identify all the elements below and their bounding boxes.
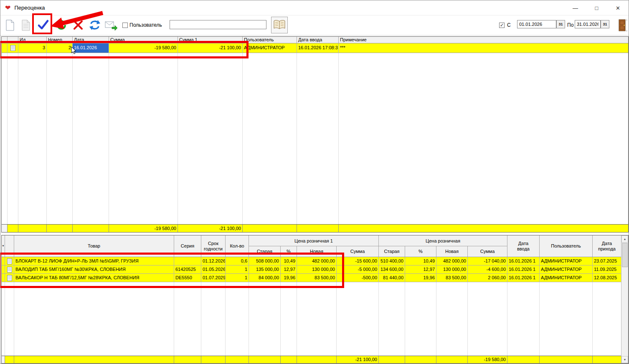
date-from-calendar-button[interactable]: 31 bbox=[556, 20, 565, 28]
cell-series[interactable] bbox=[174, 257, 201, 265]
user-filter-input[interactable] bbox=[170, 20, 266, 29]
period-from-checkbox[interactable]: ✓ bbox=[499, 23, 505, 28]
cell-shelf-life[interactable]: 01.05.2026 bbox=[201, 265, 226, 274]
cell-arrival-date[interactable]: 12.08.2025 bbox=[593, 274, 621, 282]
cell-retail1-percent[interactable]: 12,97 bbox=[281, 265, 297, 274]
cell-sum[interactable]: -19 580,00 bbox=[109, 43, 178, 53]
cell-retail1-new[interactable]: 482 000,00 bbox=[297, 257, 337, 265]
user-filter-label[interactable]: Пользователь bbox=[129, 22, 162, 28]
cell-retail1-new[interactable]: 130 000,00 bbox=[297, 265, 337, 274]
cell-series[interactable]: DE5550 bbox=[174, 274, 201, 282]
cell-number[interactable]: 2 bbox=[47, 43, 73, 53]
item-row[interactable]: ВАЛЬСАКОР Н ТАБ 80МГ/12,5МГ №28\КРКА, СЛ… bbox=[2, 274, 621, 282]
cell-note[interactable]: *** bbox=[339, 43, 628, 53]
cell-shelf-life[interactable]: 01.12.2026 bbox=[201, 257, 226, 265]
refresh-button[interactable] bbox=[87, 17, 102, 33]
undo-button[interactable] bbox=[54, 17, 69, 33]
minimize-button[interactable]: — bbox=[565, 0, 586, 15]
col-header-retail1-old[interactable]: Старая bbox=[249, 246, 281, 257]
cell-user[interactable]: АДМИНИСТРАТОР bbox=[540, 265, 593, 274]
close-button[interactable]: ✕ bbox=[607, 0, 629, 15]
new-document-button[interactable] bbox=[3, 17, 18, 33]
cell-retail-sum[interactable]: 2 060,00 bbox=[468, 274, 507, 282]
cell-entry-date[interactable]: 16.01.2026 1 bbox=[507, 274, 540, 282]
cell-qty[interactable]: 1 bbox=[226, 265, 249, 274]
cell-retail-new[interactable]: 130 000,00 bbox=[436, 265, 468, 274]
cell-retail1-percent[interactable]: 10,49 bbox=[281, 257, 297, 265]
cell-retail1-old[interactable]: 84 000,00 bbox=[249, 274, 281, 282]
cell-retail-percent[interactable]: 19,96 bbox=[405, 274, 436, 282]
col-header-series[interactable]: Серия bbox=[174, 235, 201, 257]
cell-retail-old[interactable]: 134 600,00 bbox=[379, 265, 405, 274]
col-header-retail1-percent[interactable]: % bbox=[281, 246, 297, 257]
document-row[interactable]: 3 2 16.01.2026 -19 580,00 -21 100,00 АДМ… bbox=[2, 43, 628, 53]
maximize-button[interactable]: □ bbox=[586, 0, 607, 15]
copy-document-button[interactable] bbox=[18, 17, 33, 33]
delete-button[interactable] bbox=[71, 17, 86, 33]
cell-retail-sum[interactable]: -4 600,00 bbox=[468, 265, 507, 274]
cell-user[interactable]: АДМИНИСТРАТОР bbox=[540, 257, 593, 265]
col-header-retail-sum[interactable]: Сумма bbox=[468, 246, 507, 257]
cell-qty[interactable]: 0,6 bbox=[226, 257, 249, 265]
vertical-scrollbar[interactable]: ▲ ▼ bbox=[621, 235, 628, 363]
col-header-entry-date[interactable]: Дата ввода bbox=[297, 37, 339, 43]
user-filter-checkbox[interactable] bbox=[122, 23, 128, 28]
col-header-shelf-life[interactable]: Срокгодности bbox=[201, 235, 226, 257]
cell-product[interactable]: БЛОКАРТ В-12 ЛИОФ Д/ИН+Р-ЛЬ 3МЛ №5\GMP, … bbox=[14, 257, 174, 265]
cell-product[interactable]: ВАЛОДИП ТАБ 5МГ/160МГ №30\КРКА, СЛОВЕНИЯ bbox=[14, 265, 174, 274]
scroll-thumb[interactable] bbox=[622, 243, 628, 267]
item-row[interactable]: ВАЛОДИП ТАБ 5МГ/160МГ №30\КРКА, СЛОВЕНИЯ… bbox=[2, 265, 621, 274]
cell-arrival-date[interactable]: 11.09.2025 bbox=[593, 265, 621, 274]
col-header-arrival-date[interactable]: Датаприхода bbox=[593, 235, 621, 257]
col-header-sum1[interactable]: Сумма 1 bbox=[178, 37, 243, 43]
cell-retail1-old[interactable]: 508 000,00 bbox=[249, 257, 281, 265]
cell-product[interactable]: ВАЛЬСАКОР Н ТАБ 80МГ/12,5МГ №28\КРКА, СЛ… bbox=[14, 274, 174, 282]
journal-button[interactable] bbox=[271, 17, 288, 33]
scroll-down-button[interactable]: ▼ bbox=[621, 356, 628, 363]
col-header-user[interactable]: Пользователь bbox=[540, 235, 593, 257]
cell-retail-percent[interactable]: 12,97 bbox=[405, 265, 436, 274]
cell-shelf-life[interactable]: 01.07.2029 bbox=[201, 274, 226, 282]
date-to-calendar-button[interactable]: 31 bbox=[601, 20, 609, 28]
cell-entry-date[interactable]: 16.01.2026 1 bbox=[507, 257, 540, 265]
cell-user[interactable]: АДМИНИСТРАТОР bbox=[243, 43, 297, 53]
date-to-input[interactable] bbox=[575, 20, 601, 28]
cell-retail-old[interactable]: 81 440,00 bbox=[379, 274, 405, 282]
scroll-up-button[interactable]: ▲ bbox=[621, 235, 628, 243]
cell-retail1-new[interactable]: 83 500,00 bbox=[297, 274, 337, 282]
cell-sum1[interactable]: -21 100,00 bbox=[178, 43, 243, 53]
cell-series[interactable]: 61420525 bbox=[174, 265, 201, 274]
cell-id[interactable]: 3 bbox=[18, 43, 47, 53]
cell-qty[interactable]: 1 bbox=[226, 274, 249, 282]
col-header-note[interactable]: Примечание bbox=[339, 37, 628, 43]
item-row[interactable]: БЛОКАРТ В-12 ЛИОФ Д/ИН+Р-ЛЬ 3МЛ №5\GMP, … bbox=[2, 257, 621, 265]
cell-retail-new[interactable]: 83 500,00 bbox=[436, 274, 468, 282]
cell-retail1-old[interactable]: 135 000,00 bbox=[249, 265, 281, 274]
cell-retail1-percent[interactable]: 19,96 bbox=[281, 274, 297, 282]
cell-entry-date[interactable]: 16.01.2026 1 bbox=[507, 265, 540, 274]
col-header-retail-percent[interactable]: % bbox=[405, 246, 436, 257]
col-header-retail-new[interactable]: Новая bbox=[436, 246, 468, 257]
period-from-label[interactable]: С bbox=[507, 22, 511, 28]
cell-date-selected[interactable]: 16.01.2026 bbox=[73, 43, 109, 53]
col-header-number[interactable]: Номер bbox=[47, 37, 73, 43]
cell-retail-sum[interactable]: -17 040,00 bbox=[468, 257, 507, 265]
cell-retail-old[interactable]: 510 400,00 bbox=[379, 257, 405, 265]
scroll-track[interactable] bbox=[621, 268, 628, 356]
cell-retail-percent[interactable]: 10,49 bbox=[405, 257, 436, 265]
col-header-retail1-new[interactable]: Новая bbox=[297, 246, 337, 257]
col-header-retail1-sum[interactable]: Сумма bbox=[337, 246, 379, 257]
col-header-qty[interactable]: Кол-во bbox=[226, 235, 249, 257]
send-button[interactable] bbox=[104, 17, 119, 33]
date-from-input[interactable] bbox=[517, 20, 556, 28]
exit-button[interactable] bbox=[617, 18, 629, 33]
cell-retail-new[interactable]: 482 000,00 bbox=[436, 257, 468, 265]
col-header-entry-date[interactable]: Датаввода bbox=[507, 235, 540, 257]
col-header-product[interactable]: Товар bbox=[14, 235, 174, 257]
col-header-date[interactable]: Дата bbox=[73, 37, 109, 43]
cell-retail1-sum[interactable]: -500,00 bbox=[337, 274, 379, 282]
col-header-user[interactable]: Пользователь bbox=[243, 37, 297, 43]
cell-entry-date[interactable]: 16.01.2026 17:08:3 bbox=[297, 43, 339, 53]
col-header-sum[interactable]: Сумма bbox=[109, 37, 178, 43]
cell-arrival-date[interactable]: 23.07.2025 bbox=[593, 257, 621, 265]
